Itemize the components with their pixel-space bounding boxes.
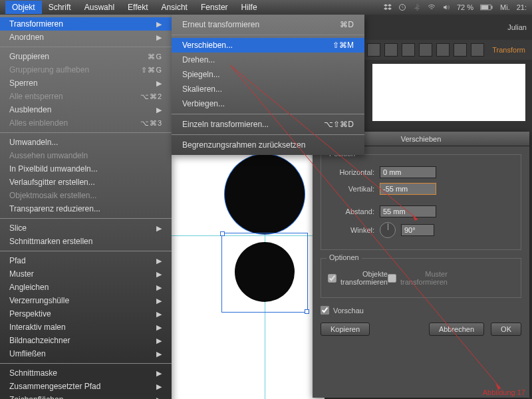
dropbox-icon	[384, 3, 392, 11]
menu-item[interactable]: Gruppieren⌘G	[0, 50, 172, 63]
vertical-label: Vertikal:	[328, 185, 374, 193]
menu-item[interactable]: Verzerrungshülle▶	[0, 294, 172, 307]
bluetooth-icon	[413, 3, 421, 11]
submenu-item[interactable]: Verschieben...⇧⌘M	[172, 38, 364, 53]
user-name: Julian	[507, 23, 527, 31]
circle-shape-top[interactable]	[225, 154, 305, 234]
preview-panel	[372, 64, 525, 121]
menu-item: Alles einblenden⌥⌘3	[0, 116, 172, 130]
menu-item[interactable]: Transparenz reduzieren...	[0, 202, 172, 215]
abstand-label: Abstand:	[328, 207, 374, 215]
selection-bbox[interactable]	[221, 233, 308, 313]
align-icon[interactable]	[454, 43, 467, 57]
menu-item[interactable]: Schnittmarken erstellen	[0, 235, 172, 248]
transform-pattern-checkbox[interactable]: Muster transformieren	[388, 270, 434, 286]
submenu-item[interactable]: Skalieren...	[172, 82, 364, 96]
menu-fenster[interactable]: Fenster	[194, 1, 235, 14]
align-icon[interactable]	[471, 43, 484, 57]
svg-rect-3	[491, 6, 493, 9]
horizontal-input[interactable]	[380, 166, 436, 178]
copy-button[interactable]: Kopieren	[321, 323, 370, 336]
objekt-menu-dropdown: Transformieren▶Anordnen▶Gruppieren⌘GGrup…	[0, 15, 172, 399]
angle-dial[interactable]	[380, 222, 396, 238]
options-group: Optionen Objekte transformieren Muster t…	[321, 258, 521, 298]
submenu-item[interactable]: Begrenzungsrahmen zurücksetzen	[172, 138, 364, 152]
battery-icon	[480, 3, 493, 11]
menu-item[interactable]: Interaktiv malen▶	[0, 321, 172, 334]
menu-item[interactable]: Zusammengesetzter Pfad▶	[0, 380, 172, 393]
control-bar: Transform	[364, 40, 532, 60]
menu-item[interactable]: Verlaufsgitter erstellen...	[0, 176, 172, 189]
align-icon[interactable]	[367, 43, 380, 57]
menu-auswahl[interactable]: Auswahl	[78, 1, 121, 14]
clock-day: Mi.	[500, 3, 510, 11]
menu-item[interactable]: Anordnen▶	[0, 31, 172, 44]
distance-input[interactable]	[380, 205, 436, 217]
menu-item[interactable]: Pfad▶	[0, 254, 172, 267]
artboard[interactable]	[172, 149, 325, 399]
horizontal-label: Horizontal:	[328, 168, 374, 176]
menubar: Objekt Schrift Auswahl Effekt Ansicht Fe…	[0, 0, 532, 15]
submenu-item[interactable]: Erneut transformieren⌘D	[172, 17, 364, 32]
menu-item[interactable]: Angleichen▶	[0, 281, 172, 294]
cancel-button[interactable]: Abbrechen	[429, 323, 484, 336]
options-legend: Optionen	[327, 253, 362, 261]
menu-item[interactable]: Schnittmaske▶	[0, 366, 172, 380]
submenu-item[interactable]: Verbiegen...	[172, 96, 364, 111]
volume-icon	[442, 3, 450, 11]
sync-icon	[398, 3, 406, 11]
align-icon[interactable]	[402, 43, 415, 57]
angle-input[interactable]	[401, 224, 434, 236]
menu-item[interactable]: Transformieren▶	[0, 17, 172, 31]
menu-ansicht[interactable]: Ansicht	[155, 1, 194, 14]
menu-item: Aussehen umwandeln	[0, 149, 172, 162]
ok-button[interactable]: OK	[491, 323, 521, 336]
align-icon[interactable]	[419, 43, 432, 57]
menu-item: Objektmosaik erstellen...	[0, 189, 172, 202]
menu-item[interactable]: Zeichenflächen▶	[0, 393, 172, 399]
vertical-input[interactable]	[380, 183, 436, 195]
submenu-item[interactable]: Einzeln transformieren...⌥⇧⌘D	[172, 117, 364, 132]
position-group: Position Horizontal: Vertikal: Abstand: …	[321, 154, 521, 250]
menu-objekt[interactable]: Objekt	[5, 1, 42, 14]
menu-item[interactable]: Sperren▶	[0, 76, 172, 90]
svg-rect-2	[481, 5, 489, 9]
preview-checkbox[interactable]: Vorschau	[321, 306, 364, 315]
submenu-item[interactable]: Spiegeln...	[172, 67, 364, 82]
clock-time: 21:	[517, 3, 527, 11]
menu-item[interactable]: Umfließen▶	[0, 347, 172, 360]
align-icon[interactable]	[384, 43, 398, 57]
wifi-icon	[428, 3, 436, 11]
system-tray: 72 % Mi. 21:	[384, 3, 527, 11]
annotation-label: Abbildung 17	[483, 388, 525, 396]
winkel-label: Winkel:	[328, 226, 374, 234]
menu-item[interactable]: Perspektive▶	[0, 307, 172, 321]
menu-item: Gruppierung aufheben⇧⌘G	[0, 63, 172, 76]
align-icon[interactable]	[436, 43, 450, 57]
transformieren-submenu: Erneut transformieren⌘DVerschieben...⇧⌘M…	[172, 15, 364, 155]
menu-item[interactable]: In Pixelbild umwandeln...	[0, 162, 172, 176]
menu-item: Alle entsperren⌥⌘2	[0, 90, 172, 103]
menu-item[interactable]: Umwandeln...	[0, 136, 172, 149]
menu-item[interactable]: Ausblenden▶	[0, 103, 172, 116]
menu-schrift[interactable]: Schrift	[42, 1, 78, 14]
menu-item[interactable]: Muster▶	[0, 267, 172, 281]
submenu-item[interactable]: Drehen...	[172, 53, 364, 67]
menu-item[interactable]: Bildnachzeichner▶	[0, 334, 172, 347]
menu-hilfe[interactable]: Hilfe	[235, 1, 264, 14]
transform-tab[interactable]: Transform	[488, 46, 529, 54]
battery-pct: 72 %	[457, 3, 473, 11]
transform-objects-checkbox[interactable]: Objekte transformieren	[328, 270, 374, 286]
move-dialog: Verschieben Position Horizontal: Vertika…	[313, 132, 529, 398]
menu-item[interactable]: Slice▶	[0, 221, 172, 235]
menu-effekt[interactable]: Effekt	[121, 1, 154, 14]
